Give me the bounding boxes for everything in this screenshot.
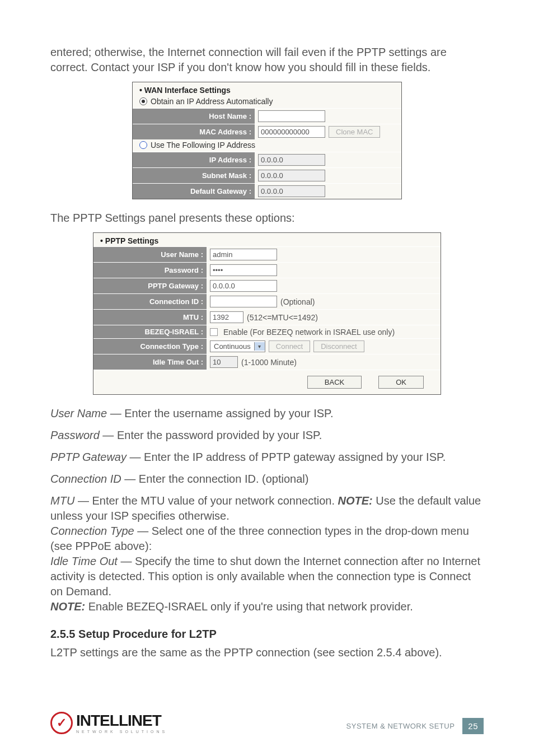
mtu-hint: (512<=MTU<=1492) bbox=[247, 313, 318, 322]
radio-obtain-label: Obtain an IP Address Automatically bbox=[151, 97, 273, 106]
connid-hint: (Optional) bbox=[280, 297, 315, 306]
desc-username: User Name — Enter the username assigned … bbox=[50, 406, 484, 421]
desc-connid: Connection ID — Enter the connection ID.… bbox=[50, 472, 484, 487]
pptp-gateway-label: PPTP Gateway : bbox=[93, 278, 207, 293]
username-input[interactable] bbox=[210, 249, 277, 260]
bezeq-checkbox[interactable] bbox=[210, 328, 218, 336]
bezeq-hint: Enable (For BEZEQ network in ISRAEL use … bbox=[223, 328, 395, 337]
ip-label: IP Address : bbox=[133, 152, 255, 167]
idle-input bbox=[210, 356, 238, 368]
brand-logo: ✓ INTELLINET NETWORK SOLUTIONS bbox=[50, 712, 167, 734]
wan-settings-panel: • WAN Interface Settings Obtain an IP Ad… bbox=[132, 82, 402, 199]
radio-unchecked-icon bbox=[139, 141, 147, 149]
subnet-label: Subnet Mask : bbox=[133, 168, 255, 183]
gateway-label: Default Gateway : bbox=[133, 184, 255, 199]
desc-note: NOTE: Enable BEZEQ-ISRAEL only if you're… bbox=[50, 599, 484, 614]
disconnect-button[interactable]: Disconnect bbox=[313, 340, 364, 352]
username-label: User Name : bbox=[93, 247, 207, 262]
page-number: 25 bbox=[462, 718, 484, 734]
section-body: L2TP settings are the same as the PPTP c… bbox=[50, 645, 484, 660]
ip-input bbox=[258, 154, 325, 166]
desc-idle: Idle Time Out — Specify the time to shut… bbox=[50, 554, 484, 599]
subnet-input bbox=[258, 170, 325, 181]
pptp-intro: The PPTP Settings panel presents these o… bbox=[50, 211, 484, 226]
back-button[interactable]: BACK bbox=[307, 376, 362, 389]
conntype-label: Connection Type : bbox=[93, 339, 207, 354]
mac-label: MAC Address : bbox=[133, 124, 255, 139]
pptp-settings-panel: • PPTP Settings User Name : Password : P… bbox=[93, 232, 441, 395]
ok-button[interactable]: OK bbox=[378, 376, 424, 389]
conntype-value: Continuous bbox=[210, 341, 254, 352]
pptp-panel-title: • PPTP Settings bbox=[93, 233, 441, 246]
mac-input[interactable] bbox=[258, 126, 325, 138]
radio-static-label: Use The Following IP Address bbox=[151, 141, 255, 150]
radio-checked-icon bbox=[139, 97, 147, 105]
mtu-input[interactable] bbox=[210, 311, 243, 323]
radio-static-ip[interactable]: Use The Following IP Address bbox=[133, 139, 401, 152]
connect-button[interactable]: Connect bbox=[269, 340, 310, 352]
idle-hint: (1-1000 Minute) bbox=[241, 358, 297, 367]
chevron-down-icon: ▾ bbox=[254, 342, 265, 351]
password-label: Password : bbox=[93, 263, 207, 278]
pptp-gateway-input[interactable] bbox=[210, 280, 277, 292]
wan-panel-title: • WAN Interface Settings bbox=[133, 82, 401, 96]
mtu-label: MTU : bbox=[93, 310, 207, 325]
radio-obtain-auto[interactable]: Obtain an IP Address Automatically bbox=[133, 96, 401, 108]
check-icon: ✓ bbox=[50, 712, 73, 734]
clone-mac-button[interactable]: Clone MAC bbox=[329, 126, 380, 138]
host-name-label: Host Name : bbox=[133, 109, 255, 124]
bezeq-label: BEZEQ-ISRAEL : bbox=[93, 325, 207, 338]
intro-paragraph: entered; otherwise, the Internet connect… bbox=[50, 45, 484, 75]
idle-label: Idle Time Out : bbox=[93, 354, 207, 370]
connid-label: Connection ID : bbox=[93, 294, 207, 309]
desc-password: Password — Enter the password provided b… bbox=[50, 428, 484, 443]
footer-section-ref: SYSTEM & NETWORK SETUP bbox=[346, 722, 455, 730]
desc-pptp-gateway: PPTP Gateway — Enter the IP address of P… bbox=[50, 450, 484, 465]
password-input[interactable] bbox=[210, 264, 277, 276]
conntype-dropdown[interactable]: Continuous ▾ bbox=[210, 340, 265, 352]
gateway-input bbox=[258, 185, 325, 197]
logo-subtext: NETWORK SOLUTIONS bbox=[76, 730, 167, 734]
logo-text: INTELLINET bbox=[76, 713, 167, 729]
desc-conntype: Connection Type — Select one of the thre… bbox=[50, 524, 484, 554]
section-heading: 2.5.5 Setup Procedure for L2TP bbox=[50, 628, 484, 641]
connid-input[interactable] bbox=[210, 296, 277, 307]
desc-mtu: MTU — Enter the MTU value of your networ… bbox=[50, 493, 484, 524]
host-name-input[interactable] bbox=[258, 110, 325, 122]
